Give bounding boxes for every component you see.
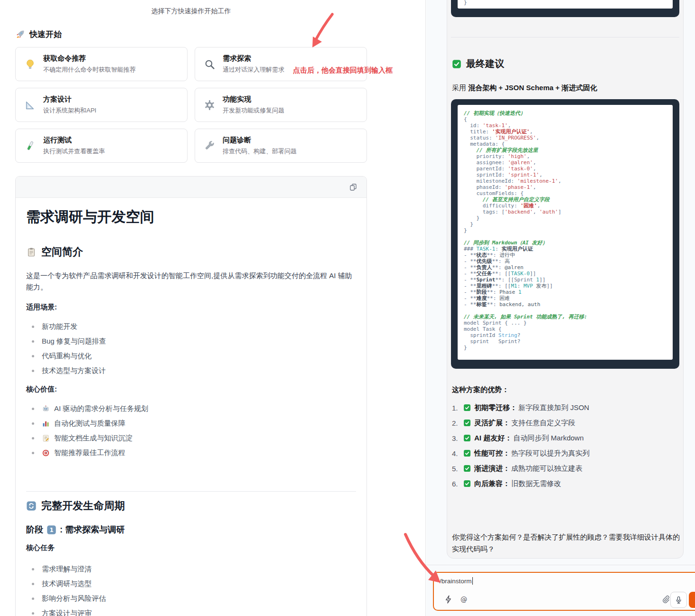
copy-icon (349, 183, 357, 191)
check-icon (463, 480, 471, 487)
document-panel: 需求调研与开发空间 空间简介 这是一个专为软件产品需求调研和开发设计的智能工作空… (15, 176, 367, 616)
assistant-message: } 最终建议 采用 混合架构 + JSON Schema + 渐进式固化 // … (447, 0, 684, 559)
card-title: 运行测试 (43, 136, 105, 145)
advantage-desc: 新字段直接加到 JSON (518, 403, 589, 412)
svg-text:@: @ (460, 596, 467, 603)
bar-chart-icon (42, 420, 50, 428)
memo-icon (42, 434, 50, 442)
message-divider (451, 37, 679, 37)
quick-action-card[interactable]: 获取命令推荐不确定用什么命令时获取智能推荐 (15, 47, 188, 81)
list-item: AI 驱动的需求分析与任务规划 (26, 404, 356, 413)
attach-button[interactable] (660, 595, 671, 605)
list-number: 2. (452, 419, 463, 427)
check-icon (463, 434, 471, 442)
at-icon: @ (459, 595, 469, 604)
intro-paragraph: 这是一个专为软件产品需求调研和开发设计的智能工作空间,提供从需求探索到功能交付的… (26, 270, 356, 293)
list-number: 1. (452, 404, 463, 412)
final-suggestion-heading: 最终建议 (452, 57, 504, 70)
svg-text:1: 1 (49, 526, 53, 533)
phase-heading: 阶段 1 : 需求探索与调研 (26, 524, 356, 535)
quick-action-card[interactable]: 功能实现开发新功能或修复问题 (195, 88, 367, 122)
card-title: 方案设计 (43, 95, 96, 104)
list-number: 4. (452, 449, 463, 457)
send-button[interactable] (689, 592, 695, 608)
workspace-panel: 选择下方快速操作开始工作 快速开始 获取命令推荐不确定用什么命令时获取智能推荐需… (0, 0, 426, 616)
wrench-icon (204, 140, 216, 152)
document-toolbar (16, 177, 366, 198)
red-annotation: 点击后，他会直接回填到输入框 (293, 66, 393, 75)
copy-button[interactable] (347, 180, 360, 194)
advantage-item: 1.初期零迁移：新字段直接加到 JSON (452, 403, 590, 412)
quick-start-cards: 获取命令推荐不确定用什么命令时获取智能推荐需求探索通过对话深入理解需求方案设计设… (15, 47, 367, 163)
card-title: 问题诊断 (223, 136, 297, 145)
advantage-term: 渐进演进： (474, 464, 510, 473)
check-icon (463, 404, 471, 411)
quick-action-card[interactable]: 需求探索通过对话深入理解需求 (195, 47, 367, 81)
values-list: AI 驱动的需求分析与任务规划自动化测试与质量保障智能文档生成与知识沉淀智能推荐… (26, 404, 356, 457)
advantage-desc: 旧数据无需修改 (511, 479, 561, 488)
check-icon (463, 465, 471, 472)
clipboard-icon (26, 247, 37, 257)
scenarios-list: 新功能开发Bug 修复与问题排查代码重构与优化技术选型与方案设计 (26, 322, 356, 375)
text-cursor (472, 577, 473, 585)
advantage-desc: 自动同步到 Markdown (513, 434, 583, 443)
input-area-divider (426, 565, 695, 565)
advantage-desc: 热字段可以提升为真实列 (511, 449, 590, 458)
card-description: 设计系统架构和API (43, 106, 96, 115)
check-icon (452, 59, 461, 69)
advantage-item: 5.渐进演进：成熟功能可以独立建表 (452, 464, 590, 473)
advantage-item: 3.AI 超友好：自动同步到 Markdown (452, 433, 590, 443)
list-item: 技术选型与方案设计 (26, 366, 356, 375)
list-item: 新功能开发 (26, 322, 356, 331)
lightbulb-icon (24, 58, 36, 70)
check-icon (463, 419, 471, 427)
lifecycle-heading: 完整开发生命周期 (26, 499, 356, 513)
quick-action-card[interactable]: 问题诊断排查代码、构建、部署问题 (195, 129, 367, 163)
lightning-icon (444, 595, 453, 604)
list-item: 需求理解与澄清 (26, 565, 356, 573)
refresh-icon (26, 501, 37, 511)
list-number: 5. (452, 465, 463, 473)
list-number: 3. (452, 434, 463, 442)
quick-command-button[interactable] (443, 595, 454, 605)
paperclip-icon (661, 595, 670, 604)
document-title: 需求调研与开发空间 (26, 208, 356, 225)
card-description: 执行测试并查看覆盖率 (43, 147, 105, 156)
code-block-solution: // 初期实现（快速迭代）{ id: 'task-1', title: '实现用… (451, 99, 679, 369)
card-title: 获取命令推荐 (43, 54, 136, 63)
quick-actions-hint: 选择下方快速操作开始工作 (15, 7, 367, 16)
code-block-previous: } (451, 0, 679, 17)
advantage-item: 6.向后兼容：旧数据无需修改 (452, 479, 590, 488)
check-icon (463, 449, 471, 457)
card-description: 开发新功能或修复问题 (223, 106, 284, 115)
card-title: 功能实现 (223, 95, 284, 104)
card-title: 需求探索 (223, 54, 284, 63)
list-item: 智能文档生成与知识沉淀 (26, 434, 356, 442)
keycap-1-icon: 1 (47, 525, 56, 535)
mention-button[interactable]: @ (459, 595, 469, 605)
tasks-list: 需求理解与澄清技术调研与选型影响分析与风险评估方案设计与评审 (26, 565, 356, 616)
quick-start-title: 快速开始 (29, 29, 62, 40)
quick-action-card[interactable]: 方案设计设计系统架构和API (15, 88, 188, 122)
quick-action-card[interactable]: 运行测试执行测试并查看覆盖率 (15, 129, 188, 163)
search-icon (204, 58, 216, 70)
advantage-term: 向后兼容： (474, 479, 510, 488)
voice-input-button[interactable] (670, 592, 687, 608)
ruler-icon (24, 99, 36, 111)
list-item: 代码重构与优化 (26, 352, 356, 360)
list-item: 技术调研与选型 (26, 579, 356, 588)
gear-icon (204, 99, 216, 111)
target-icon (42, 449, 50, 457)
list-item: Bug 修复与问题排查 (26, 337, 356, 345)
chat-input[interactable]: /brainstorm (440, 577, 473, 585)
advantages-title: 这种方案的优势： (452, 385, 509, 394)
rocket-icon (15, 29, 25, 39)
tasks-label: 核心任务 (26, 543, 356, 552)
robot-icon (42, 405, 50, 413)
list-item: 方案设计与评审 (26, 609, 356, 616)
advantage-term: 初期零迁移： (474, 403, 517, 412)
advantage-term: 性能可控： (474, 449, 510, 458)
chat-panel: } 最终建议 采用 混合架构 + JSON Schema + 渐进式固化 // … (426, 0, 695, 616)
values-label: 核心价值: (26, 384, 356, 394)
chat-input-container[interactable]: /brainstorm @ (433, 572, 695, 611)
